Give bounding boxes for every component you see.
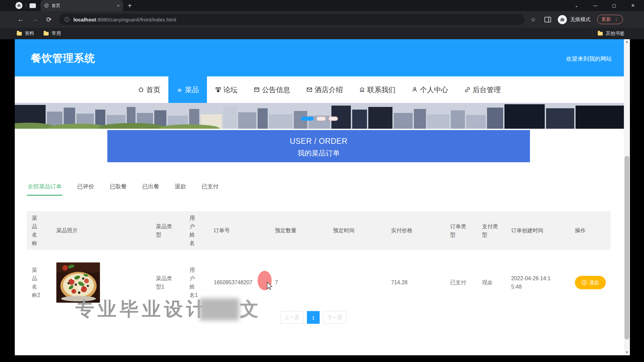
screen: 首页 × + ⌄ — ▢ ✕ ← → ⟳ ⓘ localhost:8080/ca… xyxy=(0,0,644,362)
browser-tab-active[interactable]: 首页 × xyxy=(41,0,123,11)
tab-paid[interactable]: 已支付 xyxy=(201,180,219,196)
col-dish-name: 菜品名称 xyxy=(32,214,42,247)
row-created-at: 2022-04-26 14:15:48 xyxy=(511,274,553,291)
col-actions: 操作 xyxy=(575,226,610,235)
close-window-icon[interactable]: ✕ xyxy=(631,3,635,8)
carousel-dot[interactable] xyxy=(317,117,326,121)
bookmark-label: 资料 xyxy=(25,31,34,37)
site-nav: 首页 菜品 论坛 公告信息 酒店介绍 联系我们 xyxy=(15,76,624,103)
pinned-thumbnail-icon[interactable] xyxy=(30,3,36,8)
col-pay-type: 支付类型 xyxy=(482,222,501,239)
nav-item-announcements[interactable]: 公告信息 xyxy=(246,76,298,103)
browser-menu-dots-icon[interactable]: ⋮ xyxy=(614,17,619,22)
tab-all-orders[interactable]: 全部菜品订单 xyxy=(27,180,62,196)
current-page[interactable]: 1 xyxy=(307,311,320,324)
next-page-button[interactable]: 下一页 xyxy=(323,311,346,324)
url-path: :8080/canyinguanli/front/index.html xyxy=(96,17,176,22)
bookmark-folder-changyong[interactable]: 常用 xyxy=(44,31,61,37)
nav-item-profile[interactable]: 个人中心 xyxy=(404,76,456,103)
reload-icon[interactable]: ⟳ xyxy=(46,16,52,23)
browser-toolbar: ← → ⟳ ⓘ localhost:8080/canyinguanli/fron… xyxy=(0,11,644,28)
order-banner-en: USER / ORDER xyxy=(107,137,530,146)
address-bar[interactable]: ⓘ localhost:8080/canyinguanli/front/inde… xyxy=(59,14,525,25)
window-controls: ⌄ — ▢ ✕ xyxy=(574,0,635,11)
order-banner-zh: 我的菜品订单 xyxy=(107,148,530,158)
nav-item-dishes[interactable]: 菜品 xyxy=(168,76,207,103)
nav-item-admin[interactable]: 后台管理 xyxy=(456,76,509,103)
scroll-up-icon[interactable]: ▲ xyxy=(624,40,630,43)
side-panel-icon[interactable] xyxy=(544,17,551,22)
bookmark-star-icon[interactable]: ☆ xyxy=(531,16,536,23)
yuan-icon: ¥ xyxy=(581,280,587,286)
col-reserve-time: 预定时间 xyxy=(333,226,370,235)
window-menu-chevron-icon[interactable]: ⌄ xyxy=(574,3,579,8)
url-domain: localhost xyxy=(73,17,96,22)
row-dish-type: 菜品类型1 xyxy=(156,274,175,291)
watermark-text: 专业毕业设计 xyxy=(75,297,208,322)
chrome-update-button[interactable]: 更新 ⋮ xyxy=(597,15,623,24)
folder-icon xyxy=(44,32,49,36)
col-user-name: 用户姓名 xyxy=(190,214,200,247)
row-actions-cell: ¥ 退款 xyxy=(575,276,610,289)
row-quantity: 7 xyxy=(275,278,312,287)
spy-icon xyxy=(16,3,21,8)
nav-item-contact[interactable]: 联系我们 xyxy=(351,76,404,103)
refund-button[interactable]: ¥ 退款 xyxy=(575,276,606,289)
col-created-at: 订单创建时间 xyxy=(511,226,553,235)
carousel-indicators xyxy=(15,117,624,121)
other-bookmarks[interactable]: 其他书签 xyxy=(598,31,625,37)
row-paid-price: 714.28 xyxy=(391,278,426,287)
carousel-dot-active[interactable] xyxy=(301,117,314,121)
scroll-down-icon[interactable]: ▼ xyxy=(624,351,630,354)
divider xyxy=(592,31,592,37)
forum-icon xyxy=(215,86,221,93)
scrollbar-thumb[interactable] xyxy=(625,156,629,340)
bookmark-label: 常用 xyxy=(52,31,61,37)
forward-icon[interactable]: → xyxy=(32,16,38,23)
col-dish-type: 菜品类型 xyxy=(156,222,175,239)
bookmarks-bar: 资料 常用 其他书签 xyxy=(0,28,644,39)
bookmark-folder-ziliao[interactable]: 资料 xyxy=(17,31,34,37)
col-paid-price: 实付价格 xyxy=(391,226,426,235)
person-icon xyxy=(412,86,418,93)
close-tab-icon[interactable]: × xyxy=(117,3,120,8)
link-icon xyxy=(464,86,471,93)
city-skyline-image xyxy=(15,103,624,129)
divider xyxy=(26,3,26,8)
nav-label: 公告信息 xyxy=(262,85,290,95)
bulletin-icon xyxy=(254,86,260,93)
tab-served[interactable]: 已出餐 xyxy=(142,180,160,196)
back-icon[interactable]: ← xyxy=(17,16,24,23)
other-bookmarks-label: 其他书签 xyxy=(606,31,625,37)
nav-item-forum[interactable]: 论坛 xyxy=(207,76,246,103)
tab-title: 首页 xyxy=(52,3,117,9)
minimize-icon[interactable]: — xyxy=(593,3,598,8)
row-user-name: 用户姓名1 xyxy=(190,266,200,299)
col-quantity: 预定数量 xyxy=(275,226,312,235)
maximize-icon[interactable]: ▢ xyxy=(612,3,616,8)
row-order-type: 已支付 xyxy=(450,278,470,287)
nav-label: 酒店介绍 xyxy=(315,85,343,95)
col-order-no: 订单号 xyxy=(214,226,266,235)
page-viewport: 餐饮管理系统 欢迎来到我的网站 首页 菜品 论坛 公告信息 酒店介绍 xyxy=(15,39,624,355)
col-order-type: 订单类型 xyxy=(450,222,470,239)
tab-picked-up[interactable]: 已取餐 xyxy=(109,180,127,196)
nav-label: 首页 xyxy=(146,85,160,95)
tab-refund[interactable]: 退款 xyxy=(174,180,187,196)
page-scrollbar[interactable]: ▲ ▼ xyxy=(624,39,630,355)
nav-item-hotel-intro[interactable]: 酒店介绍 xyxy=(298,76,351,103)
contact-icon xyxy=(359,86,365,93)
prev-page-button[interactable]: 上一页 xyxy=(280,311,304,324)
nav-item-home[interactable]: 首页 xyxy=(130,76,168,103)
site-info-icon[interactable]: ⓘ xyxy=(64,16,69,23)
order-filter-tabs: 全部菜品订单 已评价 已取餐 已出餐 退款 已支付 xyxy=(27,180,233,196)
new-tab-button[interactable]: + xyxy=(128,2,132,9)
hero-carousel[interactable] xyxy=(15,103,624,129)
row-dish-name: 菜品名称2 xyxy=(32,266,42,299)
incognito-profile-icon[interactable] xyxy=(15,2,22,9)
tab-reviewed[interactable]: 已评价 xyxy=(76,180,95,196)
nav-label: 菜品 xyxy=(185,85,199,95)
carousel-dot[interactable] xyxy=(329,117,338,121)
pagination: 上一页 1 下一页 xyxy=(280,311,346,324)
col-dish-photo: 菜品照片 xyxy=(56,226,145,235)
